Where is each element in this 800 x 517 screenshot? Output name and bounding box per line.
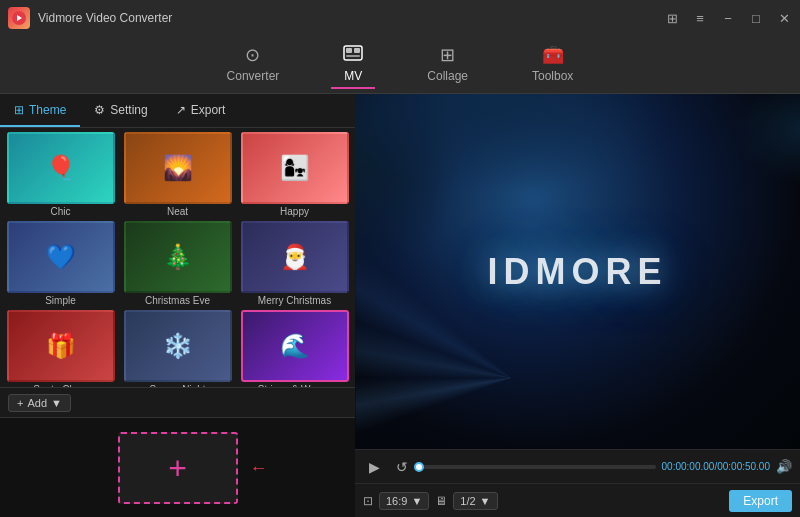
theme-christmas-eve[interactable]: 🎄 Christmas Eve xyxy=(121,221,234,306)
theme-stripes-waves[interactable]: 🌊 Stripes & Waves xyxy=(238,310,351,387)
main-content: ⊞ Theme ⚙ Setting ↗ Export 🎈 Chic xyxy=(0,94,800,517)
tab-collage-label: Collage xyxy=(427,69,468,83)
theme-chic[interactable]: 🎈 Chic xyxy=(4,132,117,217)
menu-button[interactable]: ≡ xyxy=(692,11,708,26)
ratio-label: 16:9 xyxy=(386,495,407,507)
toolbox-icon: 🧰 xyxy=(542,44,564,66)
theme-simple[interactable]: 💙 Simple xyxy=(4,221,117,306)
theme-grid-icon: ⊞ xyxy=(14,103,24,117)
tab-mv-label: MV xyxy=(344,69,362,83)
resolution-dropdown-icon: ▼ xyxy=(480,495,491,507)
app-title: Vidmore Video Converter xyxy=(38,11,172,25)
export-button[interactable]: Export xyxy=(729,490,792,512)
setting-gear-icon: ⚙ xyxy=(94,103,105,117)
left-panel: ⊞ Theme ⚙ Setting ↗ Export 🎈 Chic xyxy=(0,94,355,517)
theme-simple-overlay: 💙 xyxy=(9,223,113,291)
subtab-setting-label: Setting xyxy=(110,103,147,117)
theme-christmas-eve-thumb: 🎄 xyxy=(124,221,232,293)
svg-rect-4 xyxy=(354,48,360,53)
sub-tabs: ⊞ Theme ⚙ Setting ↗ Export xyxy=(0,94,355,128)
plus-icon: + xyxy=(168,452,187,484)
svg-rect-3 xyxy=(346,48,352,53)
converter-icon: ⊙ xyxy=(245,44,260,66)
collage-icon: ⊞ xyxy=(440,44,455,66)
theme-grid: 🎈 Chic 🌄 Neat 👩‍👧 Happy � xyxy=(0,128,355,387)
svg-rect-5 xyxy=(346,55,360,57)
close-button[interactable]: ✕ xyxy=(776,11,792,26)
theme-santa-overlay: 🎁 xyxy=(9,312,113,380)
mv-icon xyxy=(343,45,363,66)
preview-area: IDMORE xyxy=(355,94,800,449)
add-button[interactable]: + Add ▼ xyxy=(8,394,71,412)
play-button[interactable]: ▶ xyxy=(363,459,385,475)
tab-converter[interactable]: ⊙ Converter xyxy=(215,40,292,89)
resolution-button[interactable]: 1/2 ▼ xyxy=(453,492,497,510)
add-icon: + xyxy=(17,397,23,409)
theme-neat-overlay: 🌄 xyxy=(126,134,230,202)
theme-snowy-overlay: ❄️ xyxy=(126,312,230,380)
add-label: Add xyxy=(27,397,47,409)
tab-mv[interactable]: MV xyxy=(331,41,375,89)
theme-happy-thumb: 👩‍👧 xyxy=(241,132,349,204)
theme-merry-christmas-label: Merry Christmas xyxy=(258,295,331,306)
theme-snowy-night[interactable]: ❄️ Snowy Night xyxy=(121,310,234,387)
theme-christmas-eve-overlay: 🎄 xyxy=(126,223,230,291)
theme-simple-label: Simple xyxy=(45,295,76,306)
theme-neat[interactable]: 🌄 Neat xyxy=(121,132,234,217)
subtab-theme[interactable]: ⊞ Theme xyxy=(0,94,80,127)
subtab-export-label: Export xyxy=(191,103,226,117)
tab-collage[interactable]: ⊞ Collage xyxy=(415,40,480,89)
theme-neat-thumb: 🌄 xyxy=(124,132,232,204)
add-media-placeholder[interactable]: + xyxy=(118,432,238,504)
grid-button[interactable]: ⊞ xyxy=(664,11,680,26)
frame-icon: ⊡ xyxy=(363,494,373,508)
theme-santa-claus[interactable]: 🎁 Santa Claus xyxy=(4,310,117,387)
add-dropdown-icon: ▼ xyxy=(51,397,62,409)
theme-chic-overlay: 🎈 xyxy=(9,134,113,202)
theme-merry-christmas-thumb: 🎅 xyxy=(241,221,349,293)
resolution-label: 1/2 xyxy=(460,495,475,507)
theme-santa-thumb: 🎁 xyxy=(7,310,115,382)
right-panel: IDMORE ▶ ↺ 00:00:00.00/00:00:50.00 🔊 ⊡ 1… xyxy=(355,94,800,517)
app-logo xyxy=(8,7,30,29)
theme-neat-label: Neat xyxy=(167,206,188,217)
add-strip: + Add ▼ xyxy=(0,387,355,417)
arrow-indicator: ← xyxy=(250,457,268,478)
replay-button[interactable]: ↺ xyxy=(391,459,413,475)
theme-stripes-overlay: 🌊 xyxy=(243,312,347,380)
preview-text: IDMORE xyxy=(488,251,668,293)
title-bar-left: Vidmore Video Converter xyxy=(8,7,172,29)
theme-simple-thumb: 💙 xyxy=(7,221,115,293)
volume-icon[interactable]: 🔊 xyxy=(776,459,792,474)
theme-christmas-eve-label: Christmas Eve xyxy=(145,295,210,306)
theme-stripes-thumb: 🌊 xyxy=(241,310,349,382)
progress-bar[interactable] xyxy=(419,465,656,469)
bottom-bar: ⊡ 16:9 ▼ 🖥 1/2 ▼ Export xyxy=(355,483,800,517)
theme-chic-thumb: 🎈 xyxy=(7,132,115,204)
subtab-setting[interactable]: ⚙ Setting xyxy=(80,94,161,127)
maximize-button[interactable]: □ xyxy=(748,11,764,26)
theme-happy-overlay: 👩‍👧 xyxy=(243,134,347,202)
theme-happy[interactable]: 👩‍👧 Happy xyxy=(238,132,351,217)
export-arrow-icon: ↗ xyxy=(176,103,186,117)
tab-converter-label: Converter xyxy=(227,69,280,83)
nav-tabs: ⊙ Converter MV ⊞ Collage 🧰 Toolbox xyxy=(0,36,800,94)
controls-bar: ▶ ↺ 00:00:00.00/00:00:50.00 🔊 xyxy=(355,449,800,483)
theme-merry-christmas-overlay: 🎅 xyxy=(243,223,347,291)
media-area: + ← xyxy=(0,417,355,517)
tab-toolbox[interactable]: 🧰 Toolbox xyxy=(520,40,585,89)
theme-happy-label: Happy xyxy=(280,206,309,217)
minimize-button[interactable]: − xyxy=(720,11,736,26)
theme-snowy-thumb: ❄️ xyxy=(124,310,232,382)
subtab-theme-label: Theme xyxy=(29,103,66,117)
title-bar: Vidmore Video Converter ⊞ ≡ − □ ✕ xyxy=(0,0,800,36)
theme-merry-christmas[interactable]: 🎅 Merry Christmas xyxy=(238,221,351,306)
time-display: 00:00:00.00/00:00:50.00 xyxy=(662,461,770,472)
progress-dot xyxy=(414,462,424,472)
subtab-export[interactable]: ↗ Export xyxy=(162,94,240,127)
tab-toolbox-label: Toolbox xyxy=(532,69,573,83)
ratio-dropdown-icon: ▼ xyxy=(411,495,422,507)
aspect-ratio-button[interactable]: 16:9 ▼ xyxy=(379,492,429,510)
title-bar-controls: ⊞ ≡ − □ ✕ xyxy=(664,11,792,26)
theme-chic-label: Chic xyxy=(50,206,70,217)
